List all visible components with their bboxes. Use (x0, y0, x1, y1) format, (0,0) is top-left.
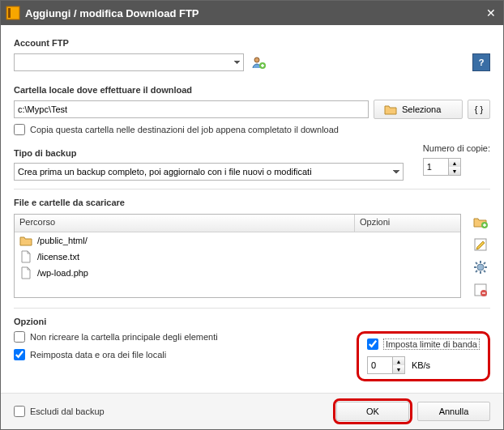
copy-to-destinations-checkbox[interactable] (14, 124, 25, 135)
bandwidth-limit-label: Imposta limite di banda (383, 338, 480, 350)
bandwidth-limit-checkbox[interactable] (367, 338, 378, 350)
copies-input[interactable] (423, 158, 449, 176)
svg-rect-1 (8, 8, 11, 18)
copies-spinner[interactable]: ▲▼ (423, 158, 490, 176)
file-list-table: Percorso Opzioni /public_html/ /license.… (14, 214, 461, 298)
copy-to-destinations-label: Copia questa cartella nelle destinazioni… (30, 125, 339, 134)
no-recreate-label: Non ricreare la cartella principale degl… (30, 332, 218, 342)
user-add-icon (251, 55, 266, 70)
dialog-window: Aggiungi / modifica Download FTP ✕ Accou… (0, 0, 504, 430)
svg-point-2 (254, 57, 259, 62)
ok-highlight: OK (336, 402, 409, 421)
file-icon (19, 266, 32, 279)
add-item-button[interactable] (471, 212, 490, 232)
copies-label: Numero di copie: (423, 143, 490, 153)
edit-icon (473, 237, 488, 252)
copies-up[interactable]: ▲ (449, 159, 460, 167)
edit-item-button[interactable] (471, 235, 490, 254)
row-path: /public_html/ (37, 236, 88, 245)
add-account-button[interactable] (249, 53, 268, 72)
file-icon (19, 250, 32, 263)
no-recreate-checkbox[interactable] (14, 331, 25, 343)
options-label: Opzioni (14, 317, 490, 326)
path-variables-button[interactable]: { } (468, 100, 490, 119)
backup-type-combo[interactable]: Crea prima un backup completo, poi aggio… (14, 163, 404, 181)
settings-item-button[interactable] (471, 258, 490, 277)
cancel-button[interactable]: Annulla (417, 402, 490, 421)
table-header: Percorso Opzioni (15, 215, 460, 232)
bandwidth-unit: KB/s (412, 360, 430, 370)
close-icon[interactable]: ✕ (484, 6, 498, 20)
file-list-label: File e cartelle da scaricare (14, 198, 490, 207)
exclude-from-backup-checkbox[interactable] (14, 406, 25, 417)
side-toolbar (471, 212, 490, 300)
row-path: /license.txt (37, 252, 79, 262)
row-path: /wp-load.php (37, 268, 88, 278)
table-body[interactable]: /public_html/ /license.txt /wp-load.php (15, 232, 460, 297)
bandwidth-up[interactable]: ▲ (393, 357, 404, 365)
svg-point-6 (477, 264, 484, 270)
col-options[interactable]: Opzioni (355, 215, 460, 232)
reset-date-label: Reimposta data e ora dei file locali (30, 350, 166, 360)
app-icon (6, 6, 20, 20)
col-path[interactable]: Percorso (15, 215, 355, 232)
table-row[interactable]: /public_html/ (15, 232, 460, 249)
bandwidth-input[interactable] (367, 356, 393, 374)
titlebar: Aggiungi / modifica Download FTP ✕ (1, 1, 503, 25)
exclude-from-backup-label: Escludi dal backup (30, 407, 105, 416)
dialog-body: Account FTP ? Cartella locale dove effet… (1, 25, 503, 393)
remove-item-button[interactable] (471, 280, 490, 300)
local-folder-input[interactable] (14, 100, 369, 118)
copies-down[interactable]: ▼ (449, 167, 460, 175)
table-row[interactable]: /license.txt (15, 249, 460, 265)
gear-icon (473, 260, 488, 275)
bandwidth-highlight: Imposta limite di banda ▲▼ KB/s (357, 331, 490, 381)
select-folder-button[interactable]: Seleziona (374, 100, 463, 119)
bandwidth-down[interactable]: ▼ (393, 365, 404, 373)
table-row[interactable]: /wp-load.php (15, 265, 460, 281)
dialog-footer: Escludi dal backup OK Annulla (1, 393, 503, 429)
dialog-title: Aggiungi / modifica Download FTP (25, 7, 484, 19)
backup-type-label: Tipo di backup (14, 148, 404, 158)
help-button[interactable]: ? (472, 53, 490, 71)
reset-date-checkbox[interactable] (14, 349, 25, 360)
folder-add-icon (473, 215, 488, 229)
account-combo[interactable] (14, 53, 244, 71)
remove-icon (473, 283, 488, 297)
ok-button[interactable]: OK (336, 402, 409, 421)
bandwidth-spinner[interactable]: ▲▼ (367, 356, 405, 374)
account-label: Account FTP (14, 38, 490, 48)
local-folder-label: Cartella locale dove effettuare il downl… (14, 85, 490, 95)
folder-icon (19, 234, 32, 247)
folder-icon (384, 104, 397, 115)
